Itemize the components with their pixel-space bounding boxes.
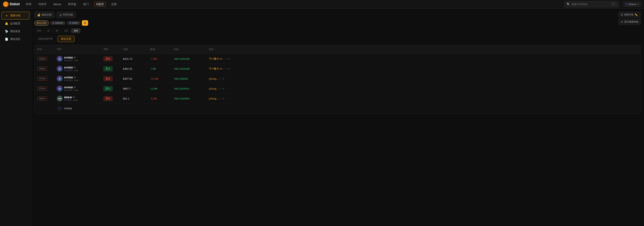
td-coin[interactable]: RE↯ BREW ⓘ ● CfczV...ump <box>54 94 101 103</box>
nav-meme[interactable]: Meme <box>52 2 62 7</box>
sidebar-item-monitor-config[interactable]: 🔔 监控配置 <box>2 20 30 27</box>
nav-custom[interactable]: 时间 <box>24 2 33 7</box>
time-1h[interactable]: 1h <box>45 28 52 33</box>
td-coin[interactable]: HYPER ⓘ ● jcGm3...ump <box>54 64 101 74</box>
wallet-name: 亏小赚大=4... <box>209 67 224 70</box>
coin-name: HYPER ⓘ <box>64 86 78 89</box>
default-group-chip[interactable]: 默认分组 <box>34 20 49 26</box>
table-row: 33min HYPER ⓘ ● jcGm3...ump <box>34 64 641 74</box>
search-input[interactable] <box>572 3 609 6</box>
list-icon: ☰ <box>621 13 623 16</box>
edit-icon[interactable]: ✏ <box>220 97 221 100</box>
token-group-label: 代币分组 <box>63 13 73 16</box>
time-12h[interactable]: 12h <box>62 28 70 33</box>
copy-icon[interactable]: ⧉ <box>222 97 224 100</box>
search-bar[interactable]: 🔍 ⌘K <box>564 1 619 7</box>
token-group-tab[interactable]: ◎ 代币分组 <box>56 12 76 18</box>
td-price <box>171 106 206 110</box>
recent-trade-tab[interactable]: 最近交易 <box>58 36 74 42</box>
coin-logo <box>57 86 62 91</box>
td-amount: $21.1 <box>120 95 148 102</box>
show-watch-button[interactable]: 👁 显示观察的钱 <box>618 19 641 25</box>
td-type: 卖出 <box>101 94 120 103</box>
td-type: 卖出 <box>101 54 120 63</box>
td-time <box>34 106 54 110</box>
coin-info: RE↯ BREW ⓘ ● CfczV...ump <box>57 96 98 101</box>
sidebar-item-watch-group[interactable]: ♦ 观察分组 <box>2 12 30 19</box>
time-30m[interactable]: 30m <box>34 28 44 33</box>
td-qty: -7.3M <box>148 55 171 62</box>
sidebar-label-monitor-config: 监控配置 <box>10 22 20 25</box>
wallet-info: 亏小赚大=4... ✏ ⧉ <box>209 67 638 70</box>
main-layout: ♦ 观察分组 🔔 监控配置 📡 通知渠道 📄 通知消息 ☰ 选择分组 ✏️ 👁 <box>0 8 644 226</box>
coin-address: ● CfczV...ump <box>64 99 78 101</box>
edit-icon[interactable]: ✏ <box>220 87 221 90</box>
view-tabs: 分组交易代币 最近交易 <box>34 36 641 42</box>
edit-icon[interactable]: ✏ <box>225 67 227 70</box>
edit-icon[interactable]: ✏ <box>225 58 227 60</box>
group2-dot <box>70 22 71 23</box>
chain-selector[interactable]: ≡ Solana ▾ <box>624 2 641 7</box>
table-row: 38min RE↯ BREW ⓘ ● CfczV...ump <box>34 94 641 104</box>
type-badge: 卖出 <box>104 96 112 101</box>
tab-row: 💰 钱包分组 ◎ 代币分组 <box>34 12 641 18</box>
time-filter: 30m 1h 6h 12h 24h <box>34 28 641 33</box>
table-row: P PRIME <box>34 104 641 113</box>
sidebar-item-notify-message[interactable]: 📄 通知消息 <box>2 35 30 43</box>
group-row: 默认分组 + <box>34 20 641 26</box>
select-group-label: 选择分组 <box>624 13 634 16</box>
group-trade-tab[interactable]: 分组交易代币 <box>34 36 56 42</box>
td-type: 卖出 <box>101 74 120 83</box>
td-qty: 11.9M <box>148 85 171 92</box>
th-wallet: 钱包 <box>206 46 641 52</box>
diamond-icon: ♦ <box>5 14 8 17</box>
wallet-icon: 💰 <box>37 13 40 16</box>
copy-icon[interactable]: ⧉ <box>228 58 230 60</box>
verify-icon: ⓘ <box>74 86 76 89</box>
search-icon: 🔍 <box>567 3 570 6</box>
radio-icon: 📡 <box>5 30 8 33</box>
td-amount: $431.73 <box>120 55 148 62</box>
td-amount: $457.02 <box>120 75 148 82</box>
logo[interactable]: 🔥 Debot <box>3 1 20 7</box>
nav-trade[interactable]: 交易 <box>110 2 118 7</box>
time-24h[interactable]: 24h <box>71 28 80 33</box>
select-group-button[interactable]: ☰ 选择分组 ✏️ <box>618 12 641 18</box>
nav-ai-monitor[interactable]: AI监控 <box>94 2 106 7</box>
time-6h[interactable]: 6h <box>53 28 61 33</box>
group2-chip[interactable] <box>67 21 80 25</box>
wallet-group-tab[interactable]: 💰 钱包分组 <box>34 12 54 18</box>
nav-ai-signal[interactable]: AI信号 <box>37 2 48 7</box>
coin-address: ● jcGm3...ump <box>64 79 78 81</box>
td-coin[interactable]: HYPER ⓘ ● jcGm3...ump <box>54 54 101 64</box>
td-price: +$0.0₄559431 <box>171 85 206 92</box>
sidebar-item-notify-channel[interactable]: 📡 通知渠道 <box>2 28 30 35</box>
nav-hot[interactable]: 热门 <box>82 2 90 7</box>
td-coin[interactable]: HYPER ⓘ ● jcGm3...ump <box>54 84 101 93</box>
eye-icon: 👁 <box>621 21 623 23</box>
bell-icon: 🔔 <box>5 22 8 25</box>
copy-icon[interactable]: ⧉ <box>228 67 230 70</box>
copy-icon[interactable]: ⧉ <box>222 77 224 80</box>
group1-chip[interactable] <box>50 21 66 25</box>
coin-address: ● jcGm3...ump <box>64 89 78 91</box>
nav-menu: 时间 AI信号 Meme 新开盘 热门 AI监控 交易 <box>24 2 118 7</box>
group1-label <box>55 22 63 24</box>
copy-icon[interactable]: ⧉ <box>222 87 224 90</box>
main-content: ☰ 选择分组 ✏️ 👁 显示观察的钱 💰 钱包分组 ◎ 代币分组 默认分组 <box>31 8 644 226</box>
td-time: 33min <box>34 55 54 63</box>
coin-info: HYPER ⓘ ● jcGm3...ump <box>57 86 98 91</box>
nav-new-listing[interactable]: 新开盘 <box>66 2 78 7</box>
coin-info: HYPER ⓘ ● jcGm3...ump <box>57 66 98 72</box>
th-coin: 币种 <box>54 46 101 52</box>
td-coin[interactable]: HYPER ⓘ ● jcGm3...ump <box>54 74 101 83</box>
td-price: +$0.0₄38291 <box>171 75 206 82</box>
coin-address: ● jcGm3...ump <box>64 69 78 71</box>
top-navigation: 🔥 Debot 时间 AI信号 Meme 新开盘 热门 AI监控 交易 🔍 ⌘K… <box>0 0 644 8</box>
verify-icon: ⓘ <box>74 66 76 69</box>
add-group-button[interactable]: + <box>82 20 88 26</box>
wallet-name: 亏小赚大=4... <box>209 57 224 60</box>
edit-icon[interactable]: ✏ <box>220 77 221 80</box>
td-wallet: yOung... ✏ ⧉ <box>206 75 641 82</box>
td-coin[interactable]: P PRIME <box>54 104 101 113</box>
